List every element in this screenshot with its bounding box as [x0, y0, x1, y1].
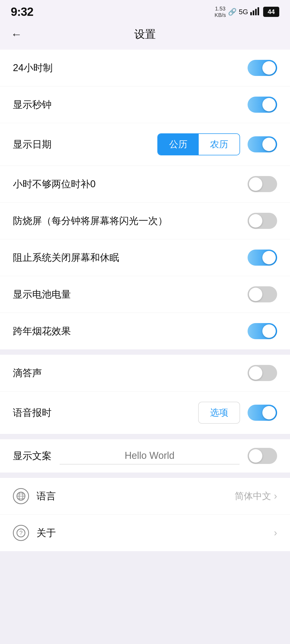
svg-rect-3 — [258, 7, 259, 15]
display-text-input[interactable] — [60, 447, 240, 464]
about-nav-right: › — [274, 527, 277, 539]
status-speed: 1.53KB/s — [215, 5, 226, 18]
nav-row-language[interactable]: 语言 简体中文 › — [0, 478, 290, 515]
setting-row-pad-hour: 小时不够两位时补0 — [0, 166, 290, 203]
setting-row-24h: 24小时制 — [0, 50, 290, 86]
language-value: 简体中文 — [235, 490, 271, 502]
setting-row-tick-sound: 滴答声 — [0, 355, 290, 391]
label-24h: 24小时制 — [13, 61, 53, 75]
label-show-seconds: 显示秒钟 — [13, 98, 52, 111]
svg-rect-0 — [250, 12, 252, 15]
setting-row-show-seconds: 显示秒钟 — [0, 86, 290, 123]
section-sound: 滴答声 语音报时 选项 — [0, 355, 290, 434]
toggle-show-date[interactable] — [248, 136, 277, 152]
segment-lunar[interactable]: 农历 — [199, 134, 240, 155]
label-pad-hour: 小时不够两位时补0 — [13, 178, 96, 191]
settings-content: 24小时制 显示秒钟 显示日期 公历 农历 — [0, 50, 290, 567]
status-bar: 9:32 1.53KB/s 🔗 5G 44 — [0, 0, 290, 21]
toggle-voice-time[interactable] — [248, 405, 277, 421]
setting-row-voice-time: 语音报时 选项 — [0, 391, 290, 434]
setting-row-show-date: 显示日期 公历 农历 — [0, 123, 290, 166]
page-title: 设置 — [134, 27, 156, 42]
display-text-row: 显示文案 — [0, 439, 290, 473]
toggle-keep-awake[interactable] — [248, 250, 277, 266]
setting-row-keep-awake: 阻止系统关闭屏幕和休眠 — [0, 239, 290, 276]
voice-time-right: 选项 — [198, 402, 277, 424]
setting-row-antiburn: 防烧屏（每分钟将屏幕将闪光一次） — [0, 203, 290, 239]
toggle-tick-sound[interactable] — [248, 365, 277, 381]
label-tick-sound: 滴答声 — [13, 367, 42, 380]
svg-rect-2 — [255, 9, 257, 15]
nav-row-about[interactable]: ? 关于 › — [0, 515, 290, 551]
label-show-battery: 显示电池电量 — [13, 288, 71, 301]
label-antiburn: 防烧屏（每分钟将屏幕将闪光一次） — [13, 214, 168, 228]
status-time: 9:32 — [11, 5, 33, 19]
svg-text:?: ? — [19, 529, 23, 536]
link-icon: 🔗 — [228, 8, 237, 16]
section-display: 24小时制 显示秒钟 显示日期 公历 农历 — [0, 50, 290, 349]
toggle-pad-hour[interactable] — [248, 176, 277, 192]
toggle-show-seconds[interactable] — [248, 97, 277, 113]
section-display-text: 显示文案 — [0, 439, 290, 473]
label-about: 关于 — [37, 526, 274, 540]
date-type-right: 公历 农历 — [157, 133, 277, 155]
svg-rect-1 — [253, 10, 254, 15]
toggle-fireworks[interactable] — [248, 323, 277, 339]
segment-gregorian[interactable]: 公历 — [158, 134, 199, 155]
label-fireworks: 跨年烟花效果 — [13, 325, 71, 338]
setting-row-show-battery: 显示电池电量 — [0, 276, 290, 313]
header: ← 设置 — [0, 21, 290, 50]
status-icons: 1.53KB/s 🔗 5G 44 — [215, 5, 279, 18]
network-label: 5G — [239, 8, 248, 16]
toggle-24h[interactable] — [248, 60, 277, 76]
voice-time-options-button[interactable]: 选项 — [198, 402, 240, 424]
setting-row-fireworks: 跨年烟花效果 — [0, 313, 290, 349]
battery-indicator: 44 — [263, 7, 279, 17]
section-misc: 语言 简体中文 › ? 关于 › — [0, 478, 290, 551]
globe-icon — [13, 488, 29, 504]
back-button[interactable]: ← — [11, 28, 22, 41]
toggle-display-text[interactable] — [248, 448, 277, 464]
label-language: 语言 — [37, 490, 235, 503]
label-display-text: 显示文案 — [13, 449, 52, 463]
about-chevron-icon: › — [274, 527, 277, 539]
signal-icon — [250, 7, 261, 17]
label-voice-time: 语音报时 — [13, 406, 52, 419]
language-chevron-icon: › — [274, 491, 277, 502]
label-show-date: 显示日期 — [13, 138, 52, 151]
label-keep-awake: 阻止系统关闭屏幕和休眠 — [13, 251, 119, 264]
date-type-segment: 公历 农历 — [157, 133, 240, 155]
toggle-show-battery[interactable] — [248, 286, 277, 302]
toggle-antiburn[interactable] — [248, 213, 277, 229]
help-icon: ? — [13, 525, 29, 541]
language-nav-right: 简体中文 › — [235, 490, 277, 502]
